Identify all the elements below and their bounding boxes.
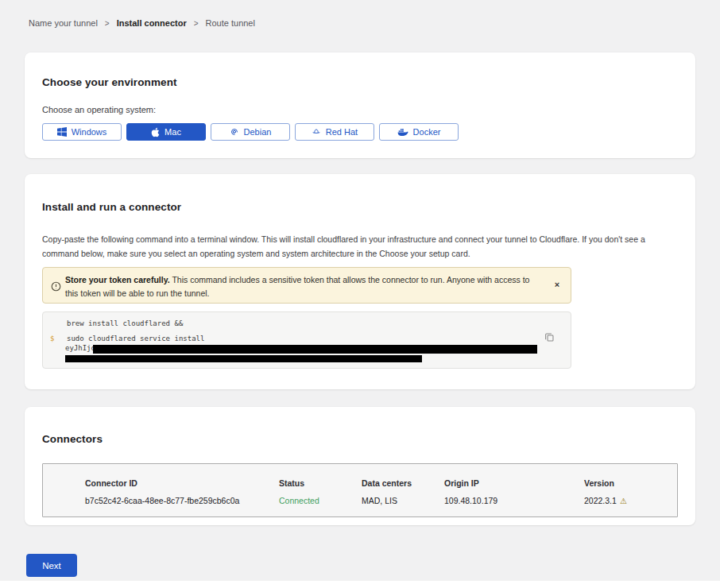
bottom-strip (0, 581, 720, 588)
os-button-debian[interactable]: Debian (211, 123, 290, 141)
install-description: Copy-paste the following command into a … (42, 232, 675, 261)
connectors-card-title: Connectors (42, 433, 103, 445)
breadcrumb-step-name-your-tunnel[interactable]: Name your tunnel (29, 18, 98, 28)
origin-ip-value: 109.48.10.179 (444, 496, 497, 505)
breadcrumb-step-route-tunnel[interactable]: Route tunnel (206, 18, 255, 28)
column-header-origin-ip: Origin IP (444, 478, 479, 488)
command-line-2: sudo cloudflared service install (67, 335, 204, 342)
apple-logo-icon (151, 127, 160, 137)
environment-card: Choose your environment Choose an operat… (25, 52, 695, 158)
alert-circle-icon (51, 280, 61, 295)
version-value: 2022.3.1 ⚠ (584, 496, 627, 505)
connector-id-value: b7c52c42-6caa-48ee-8c77-fbe259cb6c0a (85, 496, 239, 505)
breadcrumb: Name your tunnel > Install connector > R… (29, 18, 255, 28)
docker-logo-icon (397, 128, 408, 137)
column-header-connector-id: Connector ID (85, 478, 137, 488)
connectors-table: Connector ID Status Data centers Origin … (42, 463, 678, 517)
column-header-status: Status (279, 478, 304, 488)
next-button[interactable]: Next (26, 554, 77, 577)
debian-logo-icon (230, 127, 239, 137)
os-button-label: Windows (72, 127, 107, 137)
os-button-redhat[interactable]: Red Hat (295, 123, 374, 141)
chevron-separator-icon: > (105, 19, 110, 28)
breadcrumb-step-install-connector[interactable]: Install connector (117, 18, 187, 28)
token-redaction-bar (65, 355, 422, 362)
os-button-label: Docker (413, 127, 441, 137)
os-button-label: Debian (244, 127, 272, 137)
shell-prompt: $ (50, 335, 54, 342)
status-badge: Connected (279, 496, 319, 505)
tunnel-setup-page: Name your tunnel > Install connector > R… (0, 0, 720, 588)
environment-card-title: Choose your environment (42, 76, 177, 88)
connectors-card: Connectors Connector ID Status Data cent… (25, 407, 695, 525)
token-warning-text: Store your token carefully. This command… (65, 273, 542, 300)
token-warning-banner: Store your token carefully. This command… (42, 267, 571, 304)
data-centers-value: MAD, LIS (362, 496, 397, 505)
copy-icon[interactable] (544, 332, 557, 345)
os-button-group: Windows Mac Debian (42, 123, 459, 141)
windows-logo-icon (57, 127, 67, 137)
os-button-label: Red Hat (326, 127, 358, 137)
column-header-data-centers: Data centers (362, 478, 412, 488)
install-card-title: Install and run a connector (42, 201, 181, 213)
token-warning-bold: Store your token carefully. (65, 275, 170, 284)
column-header-version: Version (584, 478, 614, 488)
command-line-1: brew install cloudflared && (67, 319, 183, 327)
os-button-mac[interactable]: Mac (126, 123, 206, 141)
close-icon[interactable]: × (552, 279, 563, 290)
install-command-codeblock: $ brew install cloudflared && sudo cloud… (42, 311, 571, 369)
os-select-label: Choose an operating system: (42, 105, 156, 114)
version-number: 2022.3.1 (584, 496, 617, 505)
chevron-separator-icon: > (194, 19, 199, 28)
redhat-logo-icon (312, 127, 321, 137)
install-connector-card: Install and run a connector Copy-paste t… (25, 174, 695, 389)
os-button-docker[interactable]: Docker (379, 123, 459, 141)
token-redaction-bar (93, 345, 537, 354)
os-button-windows[interactable]: Windows (42, 123, 122, 141)
warning-triangle-icon: ⚠ (620, 497, 627, 505)
os-button-label: Mac (165, 127, 181, 137)
